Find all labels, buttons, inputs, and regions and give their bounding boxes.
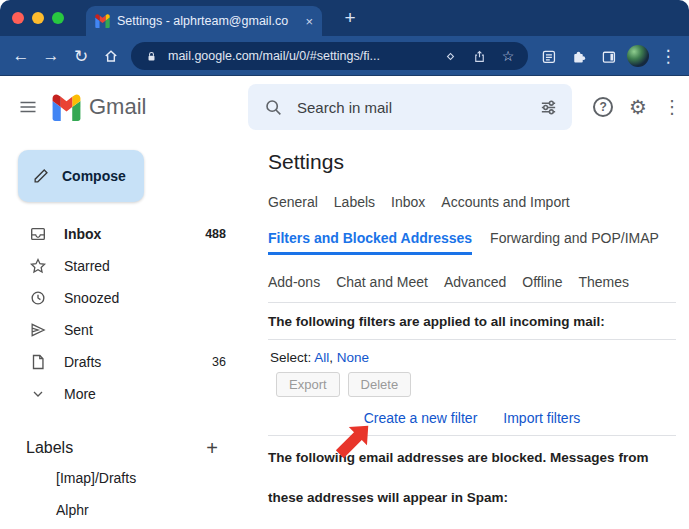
sidebar-nav: Inbox 488 Starred Snoozed <box>0 218 248 410</box>
draft-file-icon <box>28 353 48 371</box>
sidebar-item-sent[interactable]: Sent <box>0 314 248 346</box>
tab-filters-and-blocked-addresses[interactable]: Filters and Blocked Addresses <box>268 230 472 255</box>
star-icon <box>28 257 48 275</box>
create-new-filter-link[interactable]: Create a new filter <box>364 410 478 426</box>
reload-button[interactable]: ↻ <box>66 41 96 71</box>
gmail-favicon-icon <box>95 14 110 28</box>
tab-inbox[interactable]: Inbox <box>391 194 425 210</box>
browser-toolbar: ← → ↻ mail.google.com/mail/u/0/#settings… <box>0 36 689 76</box>
filter-actions: Export Delete <box>268 372 676 397</box>
hamburger-menu-icon[interactable] <box>18 97 38 117</box>
label-name: Alphr <box>56 502 89 518</box>
filters-section-heading: The following filters are applied to all… <box>268 314 676 329</box>
gmail-logo-text: Gmail <box>89 94 146 120</box>
gmail-header: Gmail ? ⚙ ⋮ <box>0 76 689 138</box>
profile-avatar[interactable] <box>627 45 649 67</box>
divider <box>268 435 676 436</box>
help-icon[interactable]: ? <box>593 97 613 117</box>
page-title: Settings <box>268 150 676 174</box>
tab-accounts-and-import[interactable]: Accounts and Import <box>441 194 569 210</box>
tab-themes[interactable]: Themes <box>579 274 630 290</box>
tab-general[interactable]: General <box>268 194 318 210</box>
home-button[interactable] <box>96 41 126 71</box>
send-icon <box>28 321 48 339</box>
tab-labels[interactable]: Labels <box>334 194 375 210</box>
sidebar-item-snoozed[interactable]: Snoozed <box>0 282 248 314</box>
pencil-icon <box>32 167 50 185</box>
sidebar-item-more[interactable]: More <box>0 378 248 410</box>
red-annotation-arrow <box>332 416 376 464</box>
diamond-icon[interactable] <box>438 49 462 64</box>
back-button[interactable]: ← <box>6 41 36 71</box>
browser-menu-icon[interactable]: ⋮ <box>653 41 683 71</box>
search-icon[interactable] <box>258 98 289 117</box>
side-panel-icon[interactable] <box>593 41 623 71</box>
sidebar-item-starred[interactable]: Starred <box>0 250 248 282</box>
address-bar[interactable]: mail.google.com/mail/u/0/#settings/fi...… <box>131 42 528 70</box>
select-separator: , <box>329 350 333 365</box>
select-row: Select: All, None <box>268 350 676 365</box>
sidebar-label-imap-drafts[interactable]: [Imap]/Drafts <box>0 462 248 494</box>
sidebar-item-label: Sent <box>64 322 93 338</box>
inbox-icon <box>28 225 48 243</box>
select-label: Select: <box>270 350 311 365</box>
browser-tab[interactable]: Settings - alphrteam@gmail.co × <box>86 6 322 36</box>
import-filters-link[interactable]: Import filters <box>503 410 580 426</box>
sidebar-item-drafts[interactable]: Drafts 36 <box>0 346 248 378</box>
tab-offline[interactable]: Offline <box>522 274 562 290</box>
header-actions: ? ⚙ ⋮ <box>593 96 689 118</box>
sidebar-item-inbox[interactable]: Inbox 488 <box>0 218 248 250</box>
sidebar-item-count: 488 <box>205 227 226 241</box>
tab-forwarding-and-pop-imap[interactable]: Forwarding and POP/IMAP <box>490 230 659 246</box>
tab-add-ons[interactable]: Add-ons <box>268 274 320 290</box>
filter-links: Create a new filter Import filters <box>268 410 676 426</box>
sidebar: Compose Inbox 488 Starred <box>0 138 248 529</box>
close-window-button[interactable] <box>12 12 24 24</box>
sidebar-item-label: Inbox <box>64 226 101 242</box>
extensions-puzzle-icon[interactable] <box>563 41 593 71</box>
gmail-app: Gmail ? ⚙ ⋮ <box>0 76 689 529</box>
gmail-logo[interactable]: Gmail <box>52 94 146 121</box>
new-tab-button[interactable]: + <box>338 7 362 29</box>
sidebar-item-label: Starred <box>64 258 110 274</box>
sidebar-item-count: 36 <box>212 355 226 369</box>
url-text: mail.google.com/mail/u/0/#settings/fi... <box>168 49 433 63</box>
blocked-section-heading: The following email addresses are blocke… <box>268 438 676 518</box>
lock-icon <box>139 50 163 63</box>
select-all-link[interactable]: All <box>314 350 329 365</box>
bookmark-star-icon[interactable]: ☆ <box>496 48 520 64</box>
brand-area: Gmail <box>0 94 248 121</box>
divider <box>268 339 676 340</box>
clock-icon <box>28 289 48 307</box>
tab-close-icon[interactable]: × <box>305 14 313 29</box>
select-none-link[interactable]: None <box>337 350 369 365</box>
header-overflow-icon[interactable]: ⋮ <box>663 96 681 118</box>
sidebar-item-label: More <box>64 386 96 402</box>
settings-tabs-row-3: Add-ons Chat and Meet Advanced Offline T… <box>268 274 676 290</box>
search-bar[interactable] <box>248 84 572 130</box>
create-label-plus-icon[interactable]: + <box>206 438 218 458</box>
compose-button[interactable]: Compose <box>18 150 144 202</box>
delete-button[interactable]: Delete <box>348 372 412 397</box>
labels-header: Labels + <box>0 434 248 462</box>
tab-advanced[interactable]: Advanced <box>444 274 506 290</box>
share-icon[interactable] <box>467 49 491 64</box>
reading-list-icon[interactable] <box>533 41 563 71</box>
search-input[interactable] <box>295 98 529 117</box>
zoom-window-button[interactable] <box>52 12 64 24</box>
settings-tabs-row-2: Filters and Blocked Addresses Forwarding… <box>268 230 676 255</box>
sidebar-item-label: Snoozed <box>64 290 119 306</box>
tab-chat-and-meet[interactable]: Chat and Meet <box>336 274 428 290</box>
divider <box>268 302 676 303</box>
traffic-lights <box>12 12 64 24</box>
gmail-body: Compose Inbox 488 Starred <box>0 138 689 529</box>
labels-title: Labels <box>26 439 73 457</box>
export-button[interactable]: Export <box>276 372 340 397</box>
sidebar-label-alphr[interactable]: Alphr <box>0 494 248 526</box>
forward-button[interactable]: → <box>36 41 66 71</box>
sidebar-item-label: Drafts <box>64 354 101 370</box>
minimize-window-button[interactable] <box>32 12 44 24</box>
tab-strip: Settings - alphrteam@gmail.co × + <box>0 0 689 36</box>
settings-gear-icon[interactable]: ⚙ <box>629 97 647 117</box>
search-filters-tune-icon[interactable] <box>535 98 562 117</box>
